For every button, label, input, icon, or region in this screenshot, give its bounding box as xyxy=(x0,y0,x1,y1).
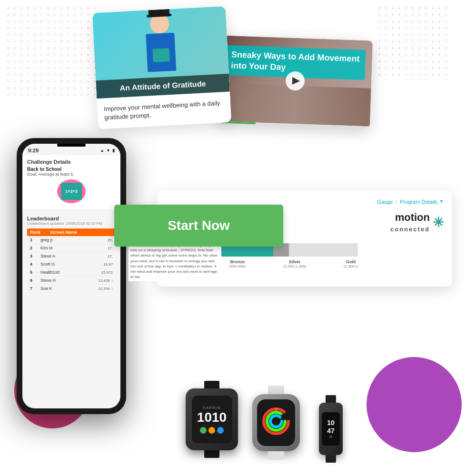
leaderboard-row: 7 Sue K 12,704 ↑ xyxy=(27,285,116,293)
dot-grid-topright xyxy=(376,5,452,81)
rank-cell: 3 xyxy=(30,254,37,258)
phone-challenge-content: Challenge Details Back to School Goal: A… xyxy=(22,155,120,209)
name-cell: Kim M xyxy=(40,246,104,250)
garmin-dot-blue xyxy=(217,427,224,434)
watch-fitbit: 1047 II xyxy=(309,395,352,457)
rank-cell: 4 xyxy=(30,262,37,267)
watch-apple: ♪ xyxy=(248,386,305,457)
rank-cell: 5 xyxy=(30,270,37,275)
garmin-indicators xyxy=(200,427,224,434)
dashboard-nav: Gauge | Program Details ▼ xyxy=(166,199,444,205)
person-head xyxy=(149,14,169,34)
start-now-overlay: Start Now xyxy=(114,205,283,247)
watch-case-fitbit: 1047 II xyxy=(319,403,343,455)
phone-status-icons: ▲ ▼ ▮ xyxy=(100,148,115,153)
dot-grid-topleft xyxy=(5,5,100,100)
name-cell: greg p xyxy=(40,238,104,242)
wifi-icon: ▼ xyxy=(106,148,110,153)
play-icon xyxy=(292,77,300,85)
fitbit-sub: II xyxy=(330,435,332,439)
rank-cell: 1 xyxy=(30,238,37,242)
garmin-label: GARMIN xyxy=(203,406,221,410)
gratitude-text: Improve your mental wellbeing with a dai… xyxy=(104,99,225,122)
phone-notch xyxy=(57,144,86,147)
garmin-number: 1010 xyxy=(197,410,227,425)
nav-program-details[interactable]: Program Details xyxy=(400,199,437,205)
chalkboard-icon: 1+2=3 xyxy=(57,179,86,203)
garmin-dot-green xyxy=(200,427,207,434)
apple-watch-face: ♪ xyxy=(259,401,293,444)
score-cell: 13,428 ↑ xyxy=(98,278,113,283)
name-cell: Steve A xyxy=(40,254,104,258)
book-prop xyxy=(152,48,169,62)
svg-text:♪: ♪ xyxy=(275,407,278,412)
watch-case-apple: ♪ xyxy=(252,394,300,451)
watches-container: GARMIN 1010 xyxy=(181,381,352,457)
label-bronze: Bronze (500-999) xyxy=(229,259,246,268)
challenge-name: Back to School xyxy=(27,167,116,172)
watch-screen-garmin: GARMIN 1010 xyxy=(192,396,232,443)
fitbit-time: 1047 xyxy=(327,419,335,435)
motion-star-icon: ✳ xyxy=(433,215,444,230)
name-cell: Steve H xyxy=(40,278,94,283)
battery-icon: ▮ xyxy=(112,148,115,153)
score-cell: 17, xyxy=(108,254,113,258)
leaderboard-rows: 1 greg p 25, 2 Kim M 17, 3 Steve A 17, 4… xyxy=(27,236,116,293)
name-cell: Health1st! xyxy=(40,270,98,275)
video-thumbnail: Sneaky Ways to Add Movement into Your Da… xyxy=(218,35,373,126)
person-body xyxy=(146,33,176,72)
scene: 9:29 ▲ ▼ ▮ Challenge Details Back to Sch… xyxy=(0,0,476,476)
leaderboard-header: Rank Screen Name xyxy=(27,228,116,236)
phone-screen: 9:29 ▲ ▼ ▮ Challenge Details Back to Sch… xyxy=(22,144,120,408)
brand-sub: connected xyxy=(390,226,430,233)
name-header: Screen Name xyxy=(50,230,77,235)
leaderboard-row: 4 Scott O 16,97 xyxy=(27,260,116,268)
label-gold: Gold (1,300+) xyxy=(344,259,358,268)
chalkboard-text: 1+2=3 xyxy=(61,183,82,200)
leaderboard-row: 6 Steve H 13,428 ↑ xyxy=(27,277,116,285)
leaderboard-updated: Leaderboard updated: 10/08/2018 02:10 PM xyxy=(27,221,116,226)
garmin-dot-orange xyxy=(208,427,215,434)
score-cell: 25, xyxy=(108,238,113,242)
phone-mockup: 9:29 ▲ ▼ ▮ Challenge Details Back to Sch… xyxy=(17,138,126,414)
rank-header: Rank xyxy=(30,230,40,235)
score-cell: 12,704 ↑ xyxy=(98,287,113,291)
name-cell: Sue K xyxy=(40,286,94,291)
location-icon: ▲ xyxy=(100,148,104,153)
watch-screen-apple: ♪ xyxy=(257,399,295,446)
leaderboard-row: 1 greg p 25, xyxy=(27,236,116,244)
label-silver: Silver (1,000-1,299) xyxy=(283,259,306,268)
rank-cell: 7 xyxy=(30,286,37,291)
gratitude-card: An Attitude of Gratitude Improve your me… xyxy=(92,6,231,129)
watch-screen-fitbit: 1047 II xyxy=(322,412,340,446)
leaderboard-title: Leaderboard xyxy=(27,216,116,221)
watch-case-garmin: GARMIN 1010 xyxy=(186,388,238,450)
challenge-goal: Goal: Average at least 5, xyxy=(27,172,116,177)
gratitude-image: An Attitude of Gratitude xyxy=(92,6,230,99)
leaderboard-row: 3 Steve A 17, xyxy=(27,252,116,260)
decorative-circle-right xyxy=(367,357,462,452)
nav-gauge[interactable]: Gauge xyxy=(377,199,393,205)
motion-connected-logo: motion connected ✳ xyxy=(367,211,444,234)
watch-garmin: GARMIN 1010 xyxy=(181,381,243,457)
leaderboard-row: 2 Kim M 17, xyxy=(27,244,116,252)
brand-name: motion xyxy=(395,211,430,223)
leaderboard-section: Leaderboard Leaderboard updated: 10/08/2… xyxy=(22,213,120,296)
leaderboard-row: 5 Health1st! 15,972 xyxy=(27,268,116,277)
challenge-section-title: Challenge Details xyxy=(27,159,116,165)
person-hat xyxy=(148,6,169,16)
rank-cell: 2 xyxy=(30,246,37,250)
rank-cell: 6 xyxy=(30,278,37,283)
score-cell: 16,97 xyxy=(103,262,113,267)
nav-arrow: ▼ xyxy=(439,199,444,205)
score-cell: 17, xyxy=(108,246,113,250)
start-now-button[interactable]: Start Now xyxy=(114,205,283,247)
dashboard-right: motion connected ✳ xyxy=(367,211,444,234)
phone-time: 9:29 xyxy=(28,148,39,153)
video-card: Sneaky Ways to Add Movement into Your Da… xyxy=(218,35,373,128)
score-cell: 15,972 xyxy=(101,270,113,275)
name-cell: Scott O xyxy=(40,262,99,267)
